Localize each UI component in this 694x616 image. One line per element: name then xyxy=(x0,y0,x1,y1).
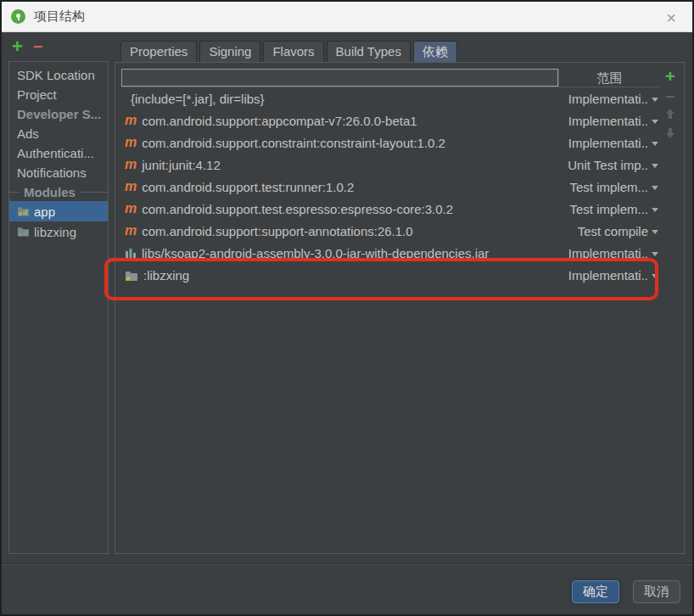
chevron-down-icon xyxy=(652,252,658,256)
dependency-name: com.android.support.test.espresso:espres… xyxy=(142,202,453,216)
dependency-name-cell: m com.android.support.test:runner:1.0.2 xyxy=(121,180,551,194)
maven-icon: m xyxy=(125,181,137,193)
module-label: libzxing xyxy=(34,225,76,239)
dependency-name-cell: m com.android.support:support-annotation… xyxy=(121,224,551,238)
android-studio-icon xyxy=(11,9,25,24)
tab-properties[interactable]: Properties xyxy=(120,41,197,64)
dependency-name: libs/ksoap2-android-assembly-3.0.0-jar-w… xyxy=(142,246,489,260)
table-row[interactable]: m com.android.support.test.espresso:espr… xyxy=(121,198,660,220)
dependencies-table: 范围 m {include=[*.jar], dir=libs} xyxy=(121,69,660,286)
tab-依赖[interactable]: 依赖 xyxy=(413,41,457,64)
chevron-down-icon xyxy=(652,274,658,278)
dependency-name: :libzxing xyxy=(143,268,189,283)
module-folder-icon xyxy=(125,270,138,281)
dependency-name: {include=[*.jar], dir=libs} xyxy=(131,92,265,106)
dependencies-panel: 范围 m {include=[*.jar], dir=libs} xyxy=(115,62,685,554)
dependency-actions-toolbar: + xyxy=(662,70,679,139)
dependency-name-cell: m com.android.support.constraint:constra… xyxy=(121,136,551,150)
chevron-down-icon xyxy=(652,120,658,124)
window-title: 项目结构 xyxy=(34,8,85,25)
chevron-down-icon xyxy=(652,142,658,146)
scope-dropdown[interactable]: Implementati.. xyxy=(551,136,660,150)
scope-value: Test implem... xyxy=(569,180,648,194)
move-down-icon[interactable] xyxy=(665,127,675,139)
scope-dropdown[interactable]: Implementati.. xyxy=(551,268,660,283)
sidebar: SDK LocationProjectDeveloper S...AdsAuth… xyxy=(8,61,109,554)
sidebar-toolbar: + − xyxy=(12,39,43,54)
sidebar-item-project[interactable]: Project xyxy=(9,85,108,104)
remove-item-button[interactable]: − xyxy=(33,39,43,54)
modules-section-header: Modules xyxy=(9,182,108,201)
scope-value: Implementati.. xyxy=(568,136,648,150)
tab-bar: PropertiesSigningFlavorsBuild Types依赖 xyxy=(120,41,457,64)
add-item-button[interactable]: + xyxy=(12,39,23,54)
scope-value: Implementati.. xyxy=(568,114,648,128)
sidebar-item-notifications[interactable]: Notifications xyxy=(9,163,108,182)
scope-value: Implementati.. xyxy=(568,246,648,260)
add-dependency-button[interactable]: + xyxy=(665,70,675,83)
dependency-name-cell: m libs/ksoap2-android-assembly-3.0.0-jar… xyxy=(121,246,551,260)
dependency-name: com.android.support:appcompat-v7:26.0.0-… xyxy=(142,114,417,128)
sidebar-item-ads[interactable]: Ads xyxy=(9,124,108,143)
sidebar-item-sdk-location[interactable]: SDK Location xyxy=(9,65,108,85)
scope-dropdown[interactable]: Test implem... xyxy=(551,180,660,194)
table-row[interactable]: m libs/ksoap2-android-assembly-3.0.0-jar… xyxy=(121,242,660,264)
move-up-icon[interactable] xyxy=(665,108,675,120)
ok-button[interactable]: 确定 xyxy=(572,580,619,603)
tab-signing[interactable]: Signing xyxy=(199,41,260,64)
maven-icon: m xyxy=(125,203,137,215)
footer: 确定 取消 xyxy=(572,580,680,603)
table-row[interactable]: m com.android.support.constraint:constra… xyxy=(121,132,660,154)
titlebar: 项目结构 × xyxy=(2,2,692,32)
dependency-column-header[interactable] xyxy=(121,69,558,87)
maven-icon: m xyxy=(125,115,137,126)
module-label: app xyxy=(34,204,55,219)
scope-dropdown[interactable]: Implementati.. xyxy=(551,114,660,128)
chevron-down-icon xyxy=(652,186,658,190)
scope-value: Implementati.. xyxy=(568,92,648,106)
library-icon xyxy=(125,247,137,259)
maven-icon: m xyxy=(125,225,137,237)
sidebar-item-developer-s-[interactable]: Developer S... xyxy=(9,104,108,124)
scope-dropdown[interactable]: Implementati.. xyxy=(551,92,660,106)
sidebar-module-libzxing[interactable]: libzxing xyxy=(9,221,108,242)
maven-icon: m xyxy=(125,137,137,148)
close-icon[interactable]: × xyxy=(662,8,680,27)
tab-flavors[interactable]: Flavors xyxy=(263,41,323,64)
chevron-down-icon xyxy=(652,208,658,212)
scope-value: Unit Test imp.. xyxy=(568,158,648,172)
scope-dropdown[interactable]: Test implem... xyxy=(551,202,660,216)
table-row[interactable]: m com.android.support:support-annotation… xyxy=(121,220,660,242)
dependency-name: com.android.support.test:runner:1.0.2 xyxy=(142,180,354,194)
scope-dropdown[interactable]: Test compile xyxy=(551,224,660,238)
dependency-name: com.android.support.constraint:constrain… xyxy=(142,136,445,150)
project-structure-dialog: + − SDK LocationProjectDeveloper S...Ads… xyxy=(2,32,692,614)
dependency-name-cell: m junit:junit:4.12 xyxy=(121,158,551,172)
table-row[interactable]: m :libzxing Implementati.. xyxy=(121,264,660,286)
sidebar-item-authenticati-[interactable]: Authenticati... xyxy=(9,143,108,163)
dependency-name: junit:junit:4.12 xyxy=(142,158,221,172)
dependency-name-cell: m :libzxing xyxy=(121,268,551,283)
scope-dropdown[interactable]: Unit Test imp.. xyxy=(551,158,660,172)
table-row[interactable]: m com.android.support.test:runner:1.0.2 … xyxy=(121,176,660,198)
chevron-down-icon xyxy=(652,164,658,168)
android-module-icon xyxy=(17,204,30,219)
remove-dependency-button[interactable] xyxy=(666,96,674,98)
scope-column-header[interactable]: 范围 xyxy=(558,69,660,87)
dependency-name: com.android.support:support-annotations:… xyxy=(142,224,412,238)
table-row[interactable]: m {include=[*.jar], dir=libs} Implementa… xyxy=(121,87,660,109)
table-row[interactable]: m junit:junit:4.12 Unit Test imp.. xyxy=(121,154,660,176)
sidebar-module-app[interactable]: app xyxy=(9,201,108,221)
dependency-name-cell: m {include=[*.jar], dir=libs} xyxy=(121,92,551,106)
chevron-down-icon xyxy=(652,230,658,234)
scope-value: Implementati.. xyxy=(568,268,648,283)
table-row[interactable]: m com.android.support:appcompat-v7:26.0.… xyxy=(121,109,660,132)
footer-separator xyxy=(2,563,692,565)
scope-value: Test compile xyxy=(578,224,648,238)
chevron-down-icon xyxy=(652,98,658,102)
tab-build-types[interactable]: Build Types xyxy=(327,41,411,64)
cancel-button[interactable]: 取消 xyxy=(633,580,680,603)
scope-dropdown[interactable]: Implementati.. xyxy=(551,246,660,260)
dependency-name-cell: m com.android.support:appcompat-v7:26.0.… xyxy=(121,114,551,128)
library-module-icon xyxy=(17,225,30,239)
